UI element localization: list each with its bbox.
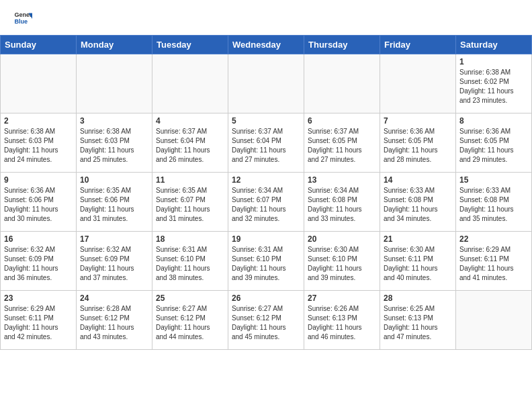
day-number: 24 (80, 293, 148, 303)
day-info: Sunrise: 6:25 AM Sunset: 6:13 PM Dayligh… (384, 304, 452, 342)
day-info: Sunrise: 6:26 AM Sunset: 6:13 PM Dayligh… (308, 304, 376, 342)
day-number: 12 (232, 175, 300, 185)
day-info: Sunrise: 6:38 AM Sunset: 6:02 PM Dayligh… (459, 68, 528, 105)
day-cell (304, 54, 380, 113)
day-cell: 11Sunrise: 6:35 AM Sunset: 6:07 PM Dayli… (152, 173, 228, 232)
day-cell: 9Sunrise: 6:36 AM Sunset: 6:06 PM Daylig… (1, 173, 77, 232)
day-cell: 5Sunrise: 6:37 AM Sunset: 6:04 PM Daylig… (228, 113, 304, 173)
calendar-table: SundayMondayTuesdayWednesdayThursdayFrid… (0, 35, 532, 350)
week-row-2: 2Sunrise: 6:38 AM Sunset: 6:03 PM Daylig… (1, 113, 532, 173)
day-info: Sunrise: 6:38 AM Sunset: 6:03 PM Dayligh… (80, 127, 148, 165)
weekday-header-row: SundayMondayTuesdayWednesdayThursdayFrid… (1, 36, 532, 54)
day-number: 23 (4, 293, 73, 303)
day-info: Sunrise: 6:36 AM Sunset: 6:05 PM Dayligh… (459, 127, 528, 165)
day-info: Sunrise: 6:33 AM Sunset: 6:08 PM Dayligh… (459, 186, 528, 224)
day-cell: 27Sunrise: 6:26 AM Sunset: 6:13 PM Dayli… (304, 291, 380, 350)
day-info: Sunrise: 6:35 AM Sunset: 6:06 PM Dayligh… (80, 186, 148, 224)
svg-text:General: General (14, 11, 32, 18)
day-cell: 26Sunrise: 6:27 AM Sunset: 6:12 PM Dayli… (228, 291, 304, 350)
day-cell: 12Sunrise: 6:34 AM Sunset: 6:07 PM Dayli… (228, 173, 304, 232)
day-info: Sunrise: 6:27 AM Sunset: 6:12 PM Dayligh… (232, 304, 300, 342)
day-number: 10 (80, 175, 148, 185)
day-cell: 22Sunrise: 6:29 AM Sunset: 6:11 PM Dayli… (456, 232, 532, 291)
day-number: 15 (459, 175, 528, 185)
weekday-wednesday: Wednesday (228, 36, 304, 54)
day-cell: 15Sunrise: 6:33 AM Sunset: 6:08 PM Dayli… (456, 173, 532, 232)
day-cell: 25Sunrise: 6:27 AM Sunset: 6:12 PM Dayli… (152, 291, 228, 350)
day-info: Sunrise: 6:37 AM Sunset: 6:04 PM Dayligh… (232, 127, 300, 165)
day-cell: 18Sunrise: 6:31 AM Sunset: 6:10 PM Dayli… (152, 232, 228, 291)
day-info: Sunrise: 6:36 AM Sunset: 6:05 PM Dayligh… (384, 127, 452, 165)
day-number: 8 (459, 116, 528, 126)
day-cell (1, 54, 77, 113)
day-cell: 19Sunrise: 6:31 AM Sunset: 6:10 PM Dayli… (228, 232, 304, 291)
day-cell: 4Sunrise: 6:37 AM Sunset: 6:04 PM Daylig… (152, 113, 228, 173)
day-number: 9 (4, 175, 73, 185)
weekday-sunday: Sunday (1, 36, 77, 54)
day-info: Sunrise: 6:36 AM Sunset: 6:06 PM Dayligh… (4, 186, 73, 224)
day-cell: 20Sunrise: 6:30 AM Sunset: 6:10 PM Dayli… (304, 232, 380, 291)
day-info: Sunrise: 6:31 AM Sunset: 6:10 PM Dayligh… (232, 245, 300, 283)
day-info: Sunrise: 6:32 AM Sunset: 6:09 PM Dayligh… (80, 245, 148, 283)
weekday-thursday: Thursday (304, 36, 380, 54)
day-number: 5 (232, 116, 300, 126)
svg-text:Blue: Blue (14, 18, 28, 25)
day-cell (456, 291, 532, 350)
day-cell: 24Sunrise: 6:28 AM Sunset: 6:12 PM Dayli… (77, 291, 152, 350)
day-cell: 3Sunrise: 6:38 AM Sunset: 6:03 PM Daylig… (77, 113, 152, 173)
weekday-saturday: Saturday (456, 36, 532, 54)
day-number: 13 (308, 175, 376, 185)
day-number: 26 (232, 293, 300, 303)
day-cell: 2Sunrise: 6:38 AM Sunset: 6:03 PM Daylig… (1, 113, 77, 173)
day-info: Sunrise: 6:29 AM Sunset: 6:11 PM Dayligh… (459, 245, 528, 283)
day-number: 7 (384, 116, 452, 126)
weekday-monday: Monday (77, 36, 152, 54)
week-row-4: 16Sunrise: 6:32 AM Sunset: 6:09 PM Dayli… (1, 232, 532, 291)
page-header: General Blue (0, 0, 532, 35)
day-number: 4 (156, 116, 224, 126)
day-cell (380, 54, 456, 113)
day-number: 21 (384, 234, 452, 244)
day-cell: 23Sunrise: 6:29 AM Sunset: 6:11 PM Dayli… (1, 291, 77, 350)
day-cell (152, 54, 228, 113)
day-info: Sunrise: 6:30 AM Sunset: 6:10 PM Dayligh… (308, 245, 376, 283)
day-number: 2 (4, 116, 73, 126)
day-cell: 17Sunrise: 6:32 AM Sunset: 6:09 PM Dayli… (77, 232, 152, 291)
day-number: 1 (459, 57, 528, 66)
week-row-3: 9Sunrise: 6:36 AM Sunset: 6:06 PM Daylig… (1, 173, 532, 232)
day-number: 25 (156, 293, 224, 303)
day-cell (228, 54, 304, 113)
day-cell: 21Sunrise: 6:30 AM Sunset: 6:11 PM Dayli… (380, 232, 456, 291)
day-cell: 16Sunrise: 6:32 AM Sunset: 6:09 PM Dayli… (1, 232, 77, 291)
day-cell: 13Sunrise: 6:34 AM Sunset: 6:08 PM Dayli… (304, 173, 380, 232)
day-info: Sunrise: 6:32 AM Sunset: 6:09 PM Dayligh… (4, 245, 73, 283)
day-cell: 10Sunrise: 6:35 AM Sunset: 6:06 PM Dayli… (77, 173, 152, 232)
day-number: 20 (308, 234, 376, 244)
day-number: 28 (384, 293, 452, 303)
day-info: Sunrise: 6:34 AM Sunset: 6:07 PM Dayligh… (232, 186, 300, 224)
day-info: Sunrise: 6:35 AM Sunset: 6:07 PM Dayligh… (156, 186, 224, 224)
day-info: Sunrise: 6:37 AM Sunset: 6:04 PM Dayligh… (156, 127, 224, 165)
day-info: Sunrise: 6:30 AM Sunset: 6:11 PM Dayligh… (384, 245, 452, 283)
day-number: 17 (80, 234, 148, 244)
week-row-1: 1Sunrise: 6:38 AM Sunset: 6:02 PM Daylig… (1, 54, 532, 113)
logo-icon: General Blue (13, 9, 32, 28)
day-cell: 1Sunrise: 6:38 AM Sunset: 6:02 PM Daylig… (456, 54, 532, 113)
day-number: 11 (156, 175, 224, 185)
weekday-tuesday: Tuesday (152, 36, 228, 54)
day-info: Sunrise: 6:38 AM Sunset: 6:03 PM Dayligh… (4, 127, 73, 165)
day-info: Sunrise: 6:28 AM Sunset: 6:12 PM Dayligh… (80, 304, 148, 342)
day-cell: 28Sunrise: 6:25 AM Sunset: 6:13 PM Dayli… (380, 291, 456, 350)
logo: General Blue (12, 9, 32, 31)
day-cell: 8Sunrise: 6:36 AM Sunset: 6:05 PM Daylig… (456, 113, 532, 173)
day-number: 19 (232, 234, 300, 244)
day-info: Sunrise: 6:29 AM Sunset: 6:11 PM Dayligh… (4, 304, 73, 342)
day-number: 22 (459, 234, 528, 244)
day-cell: 7Sunrise: 6:36 AM Sunset: 6:05 PM Daylig… (380, 113, 456, 173)
week-row-5: 23Sunrise: 6:29 AM Sunset: 6:11 PM Dayli… (1, 291, 532, 350)
day-number: 3 (80, 116, 148, 126)
day-number: 27 (308, 293, 376, 303)
day-info: Sunrise: 6:34 AM Sunset: 6:08 PM Dayligh… (308, 186, 376, 224)
day-info: Sunrise: 6:31 AM Sunset: 6:10 PM Dayligh… (156, 245, 224, 283)
day-cell: 6Sunrise: 6:37 AM Sunset: 6:05 PM Daylig… (304, 113, 380, 173)
